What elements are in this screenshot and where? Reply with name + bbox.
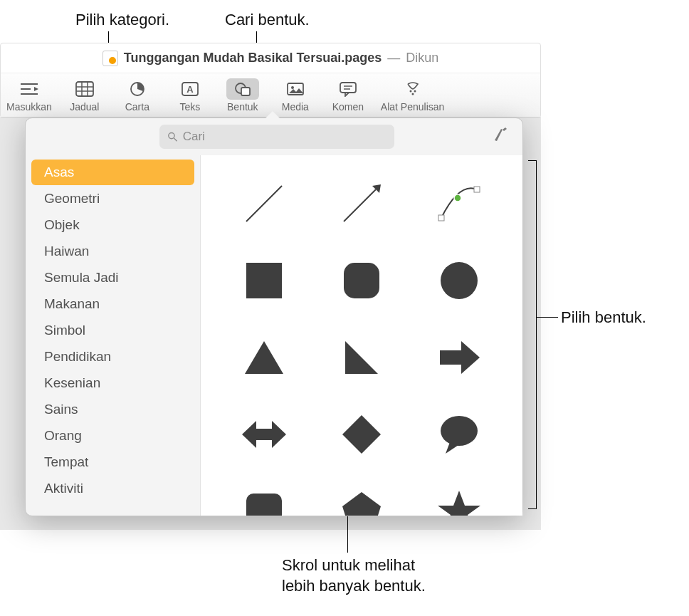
document-icon: [102, 51, 118, 66]
toolbar-label: Alat Penulisan: [381, 101, 445, 113]
sidebar-item-orang[interactable]: Orang: [31, 423, 194, 449]
shape-grid[interactable]: [200, 155, 522, 516]
toolbar-shape-button[interactable]: Bentuk: [223, 78, 263, 113]
svg-point-20: [411, 93, 414, 95]
sidebar-item-haiwan[interactable]: Haiwan: [31, 239, 194, 264]
shape-curve[interactable]: [414, 168, 505, 239]
toolbar-label: Masukkan: [6, 101, 52, 113]
shape-speech-bubble[interactable]: [414, 399, 505, 470]
svg-line-23: [246, 186, 282, 221]
sidebar-item-tempat[interactable]: Tempat: [31, 449, 194, 475]
callout-scroll: Skrol untuk melihat lebih banyak bentuk.: [282, 555, 426, 596]
svg-rect-32: [246, 494, 282, 516]
toolbar-label: Komen: [332, 101, 364, 113]
callout-search: Cari bentuk.: [225, 10, 310, 31]
svg-rect-2: [21, 93, 38, 95]
toolbar-label: Jadual: [70, 101, 99, 113]
toolbar-comment-button[interactable]: Komen: [328, 78, 368, 113]
shape-pentagon[interactable]: [315, 476, 407, 516]
svg-point-19: [414, 90, 416, 92]
shape-arrow-bidir[interactable]: [218, 399, 310, 470]
sidebar-item-simbol[interactable]: Simbol: [31, 318, 194, 343]
comment-icon: [332, 78, 364, 100]
toolbar-insert-button[interactable]: Masukkan: [6, 78, 52, 113]
svg-point-14: [291, 86, 294, 89]
shape-diamond[interactable]: [315, 399, 407, 470]
toolbar-label: Bentuk: [227, 101, 258, 113]
shape-icon: [226, 78, 259, 100]
shape-rounded-square[interactable]: [315, 245, 407, 316]
toolbar-label: Carta: [125, 101, 149, 113]
svg-point-30: [441, 262, 478, 299]
svg-point-21: [169, 132, 174, 138]
toolbar-table-button[interactable]: Jadual: [65, 78, 105, 113]
shape-arrow-right[interactable]: [414, 322, 505, 393]
toolbar-media-button[interactable]: Media: [275, 78, 315, 113]
svg-point-31: [441, 416, 478, 446]
title-status: Dikun: [406, 51, 438, 66]
window-titlebar: Tunggangan Mudah Basikal Tersuai.pages —…: [1, 43, 540, 73]
svg-rect-26: [474, 187, 480, 192]
svg-text:A: A: [186, 84, 194, 95]
sidebar-item-semula-jadi[interactable]: Semula Jadi: [31, 265, 194, 291]
sidebar-item-makanan[interactable]: Makanan: [31, 291, 194, 317]
svg-rect-3: [76, 82, 93, 96]
sidebar-item-kesenian[interactable]: Kesenian: [31, 370, 194, 396]
shape-line[interactable]: [218, 168, 310, 239]
app-window: Tunggangan Mudah Basikal Tersuai.pages —…: [0, 43, 541, 118]
popover-header: [26, 118, 522, 155]
media-icon: [279, 78, 312, 100]
draw-shape-icon[interactable]: [493, 126, 510, 147]
toolbar-writing-button[interactable]: Alat Penulisan: [381, 78, 445, 113]
callout-line-scroll: [347, 513, 348, 553]
category-sidebar: AsasGeometriObjekHaiwanSemula JadiMakana…: [26, 155, 200, 516]
svg-line-24: [344, 189, 376, 221]
svg-rect-28: [246, 263, 282, 298]
svg-rect-25: [438, 215, 444, 221]
svg-rect-15: [340, 83, 356, 93]
callout-bracket-tick: [537, 317, 558, 318]
sidebar-item-geometri[interactable]: Geometri: [31, 186, 194, 212]
chart-icon: [121, 78, 154, 100]
shape-arrow-line[interactable]: [315, 168, 407, 239]
svg-rect-1: [21, 88, 31, 90]
sidebar-item-pendidikan[interactable]: Pendidikan: [31, 344, 194, 370]
shape-star[interactable]: [414, 476, 505, 516]
search-input[interactable]: [183, 130, 387, 144]
svg-point-27: [454, 194, 461, 202]
callout-category: Pilih kategori.: [75, 10, 169, 31]
insert-icon: [13, 78, 46, 100]
search-field-wrap[interactable]: [159, 125, 394, 149]
popover-body: AsasGeometriObjekHaiwanSemula JadiMakana…: [26, 155, 522, 516]
shape-square[interactable]: [218, 245, 310, 316]
svg-line-22: [174, 138, 177, 141]
sidebar-item-aktiviti[interactable]: Aktiviti: [31, 476, 194, 501]
toolbar-label: Media: [282, 101, 309, 113]
text-icon: A: [174, 78, 206, 100]
toolbar-label: Teks: [179, 101, 200, 113]
shapes-popover: AsasGeometriObjekHaiwanSemula JadiMakana…: [25, 118, 523, 516]
callout-pickshape: Pilih bentuk.: [561, 308, 646, 328]
writing-icon: [396, 78, 429, 100]
title-separator: —: [387, 51, 400, 66]
svg-rect-12: [241, 88, 250, 95]
toolbar-text-button[interactable]: ATeks: [170, 78, 210, 113]
shape-circle[interactable]: [414, 245, 505, 316]
shape-triangle[interactable]: [218, 322, 310, 393]
svg-rect-29: [344, 263, 379, 298]
callout-bracket: [528, 160, 537, 509]
table-icon: [68, 78, 101, 100]
svg-rect-0: [21, 83, 38, 85]
search-icon: [167, 130, 179, 143]
toolbar-chart-button[interactable]: Carta: [117, 78, 157, 113]
sidebar-item-objek[interactable]: Objek: [31, 212, 194, 238]
svg-point-18: [409, 90, 411, 92]
sidebar-item-sains[interactable]: Sains: [31, 397, 194, 422]
sidebar-item-asas[interactable]: Asas: [31, 160, 194, 185]
shape-callout-box[interactable]: [218, 476, 310, 516]
document-title: Tunggangan Mudah Basikal Tersuai.pages: [124, 51, 382, 66]
shape-right-triangle[interactable]: [315, 322, 407, 393]
